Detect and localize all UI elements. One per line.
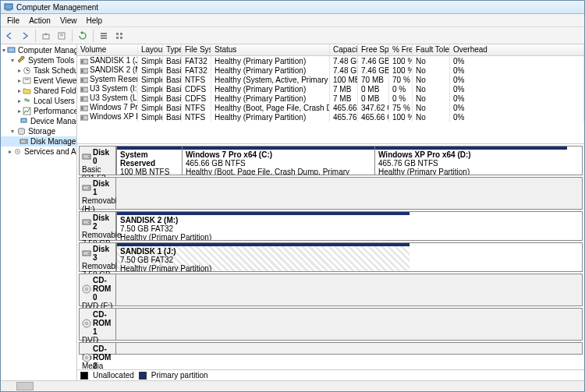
tree-toggle-icon[interactable]: ▾ [9,57,16,64]
tree-item-task-scheduler[interactable]: ▸Task Scheduler [1,65,76,76]
tree-toggle-icon[interactable]: ▸ [18,97,21,104]
svg-rect-33 [81,88,83,91]
volume-name: Windows XP Pro x64 (D:) [90,112,138,121]
volume-list-header[interactable]: Volume Layout Type File System Status Ca… [77,44,584,56]
partition-size: 100 MB NTFS [120,168,179,175]
refresh-button[interactable] [76,29,90,43]
no-media-area[interactable] [116,308,583,341]
disk-info[interactable]: CD-ROM 2CD-ROM (E:) [79,342,116,355]
partition-name: Windows XP Pro x64 (D:) [378,150,564,159]
disk-info[interactable]: CD-ROM 0DVD (F:)No Media [79,274,116,306]
volume-list[interactable]: Volume Layout Type File System Status Ca… [77,44,584,144]
volume-row[interactable]: Windows 7 Pro x64 (C:)SimpleBasicNTFSHea… [77,103,584,112]
menu-file[interactable]: File [2,15,24,26]
volume-icon [80,67,88,75]
tree-toggle-icon[interactable]: ▸ [9,148,12,155]
disk-row[interactable]: Disk 0Basic931.52 GBOnlineSystem Reserve… [79,146,583,175]
disk-row[interactable]: CD-ROM 2CD-ROM (E:) [79,342,583,355]
menu-help[interactable]: Help [81,15,107,26]
menu-view[interactable]: View [55,15,82,26]
partition[interactable]: Windows 7 Pro x64 (C:)465.66 GB NTFSHeal… [182,147,374,175]
tree-item-services-and-application[interactable]: ▸Services and Applications [1,147,76,157]
tree-toggle-icon[interactable]: ▸ [18,67,21,74]
window-title: Computer Management [16,3,98,12]
partition[interactable]: SANDISK 2 (M:)7.50 GB FAT32Healthy (Prim… [116,212,410,240]
back-button[interactable] [2,29,16,43]
no-media-area[interactable] [116,274,583,306]
col-status[interactable]: Status [211,44,330,55]
disk-row[interactable]: Disk 2Removable7.50 GBOnlineSANDISK 2 (M… [79,211,583,241]
volume-row[interactable]: Windows XP Pro x64 (D:)SimpleBasicNTFSHe… [77,112,584,122]
tree-item-performance[interactable]: ▸Performance [1,106,76,116]
volume-row[interactable]: U3 System (I:)SimpleBasicCDFSHealthy (Pr… [77,84,584,94]
svg-rect-10 [120,33,122,35]
disk-row[interactable]: Disk 3Removable7.50 GBOnlineSANDISK 1 (J… [79,242,583,272]
col-layout[interactable]: Layout [138,44,163,55]
tree-item-system-tools[interactable]: ▾System Tools [1,55,76,65]
svg-rect-37 [81,107,83,110]
volume-row[interactable]: SANDISK 1 (J:)SimpleBasicFAT32Healthy (P… [77,56,584,65]
col-filesystem[interactable]: File System [182,44,211,55]
no-media-area[interactable] [116,177,583,210]
disk-icon [20,137,29,147]
volume-row[interactable]: System ReservedSimpleBasicNTFSHealthy (S… [77,75,584,84]
partition[interactable]: System Reserved100 MB NTFSHealthy (Syste… [116,147,182,175]
cell-type: Basic [163,112,182,122]
volume-row[interactable]: SANDISK 2 (M:)SimpleBasicFAT32Healthy (P… [77,65,584,75]
disk-info[interactable]: Disk 1Removable (H:)No Media [79,177,116,210]
tree-item-disk-management[interactable]: Disk Management [1,136,76,147]
tree-item-storage[interactable]: ▾Storage [1,126,76,136]
menu-action[interactable]: Action [24,15,55,26]
disk-graphical-view[interactable]: Disk 0Basic931.52 GBOnlineSystem Reserve… [77,144,584,369]
disk-name: Disk 3 [93,245,113,262]
forward-button[interactable] [18,29,32,43]
col-capacity[interactable]: Capacity [330,44,358,55]
view-list-button[interactable] [97,29,111,43]
disk-partitions: SANDISK 2 (M:)7.50 GB FAT32Healthy (Prim… [116,211,583,241]
disk-row[interactable]: CD-ROM 0DVD (F:)No Media [79,274,583,306]
svg-point-43 [88,187,90,189]
disk-row[interactable]: CD-ROM 1DVD (G:)No Media [79,308,583,341]
svg-rect-6 [101,33,107,34]
tree-item-computer-management-loca[interactable]: ▾Computer Management (Local [1,45,76,55]
col-volume[interactable]: Volume [77,44,138,55]
partition[interactable]: SANDISK 1 (J:)7.50 GB FAT32Healthy (Prim… [116,243,410,271]
app-icon [4,2,13,12]
tree-item-local-users-and-groups[interactable]: ▸Local Users and Groups [1,96,76,106]
volume-row[interactable]: U3 System (L:)SimpleBasicCDFSHealthy (Pr… [77,94,584,103]
tree-item-label: Task Scheduler [34,66,77,75]
tree-item-device-manager[interactable]: Device Manager [1,116,76,126]
horizontal-scrollbar[interactable] [1,380,584,391]
tree-item-event-viewer[interactable]: ▸Event Viewer [1,76,76,86]
volume-name: Windows 7 Pro x64 (C:) [90,103,138,111]
col-freespace[interactable]: Free Space [358,44,389,55]
scroll-thumb[interactable] [16,382,34,390]
tree-toggle-icon[interactable]: ▸ [18,87,21,94]
partition-size: 7.50 GB FAT32 [120,256,406,264]
navigation-tree[interactable]: ▾Computer Management (Local▾System Tools… [1,44,77,380]
tree-toggle-icon[interactable]: ▾ [9,128,16,135]
disk-info[interactable]: CD-ROM 1DVD (G:)No Media [79,308,116,341]
disk-info[interactable]: Disk 0Basic931.52 GBOnline [79,146,116,175]
partition[interactable]: Windows XP Pro x64 (D:)465.76 GB NTFSHea… [374,147,567,175]
tree-toggle-icon[interactable]: ▸ [18,77,21,84]
disk-sub1: Basic [82,165,113,174]
col-overhead[interactable]: Overhead [450,44,584,55]
col-type[interactable]: Type [163,44,182,55]
tree-item-shared-folders[interactable]: ▸Shared Folders [1,86,76,96]
no-media-area[interactable] [116,342,583,355]
col-pctfree[interactable]: % Free [389,44,413,55]
tree-toggle-icon[interactable]: ▾ [2,47,5,54]
properties-button[interactable] [55,29,69,43]
view-detail-button[interactable] [112,29,126,43]
tree-item-label: Shared Folders [34,87,77,95]
tree-toggle-icon[interactable]: ▸ [18,108,21,115]
up-button[interactable] [39,29,53,43]
disk-row[interactable]: Disk 1Removable (H:)No Media [79,177,583,210]
disk-info[interactable]: Disk 3Removable7.50 GBOnline [79,242,116,272]
volume-icon [80,114,88,122]
partition-size: 465.66 GB NTFS [186,159,371,168]
col-faulttol[interactable]: Fault Tolerance [413,44,450,55]
disk-info[interactable]: Disk 2Removable7.50 GBOnline [79,211,116,241]
svg-rect-31 [81,79,83,82]
